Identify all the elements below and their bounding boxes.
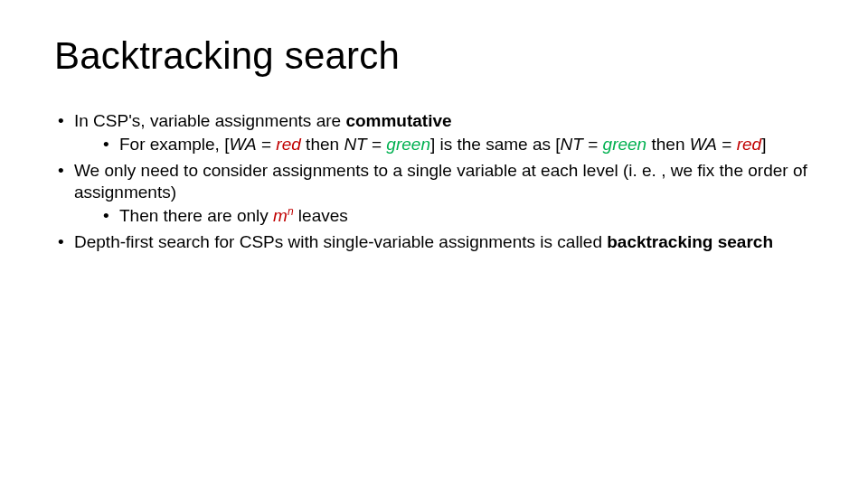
b1s1-green2: green <box>603 135 647 154</box>
b1s1-WA2: WA <box>690 135 717 154</box>
bullet-2-text: We only need to consider assignments to … <box>74 161 807 202</box>
b2s1-m: m <box>273 207 288 226</box>
slide-title: Backtracking search <box>54 34 814 78</box>
b1s1-eq3: = <box>583 135 603 154</box>
b1s1-eq1: = <box>257 135 277 154</box>
slide: Backtracking search In CSP's, variable a… <box>0 0 868 488</box>
bullet-2: We only need to consider assignments to … <box>54 160 814 228</box>
b2s1-n: n <box>288 205 294 218</box>
bullet-1: In CSP's, variable assignments are commu… <box>54 110 814 156</box>
b2s1-post: leaves <box>294 207 348 226</box>
b1s1-then2: then <box>646 135 690 154</box>
b1s1-eq2: = <box>367 135 387 154</box>
bullet-3: Depth-first search for CSPs with single-… <box>54 231 814 253</box>
b1s1-then1: then <box>301 135 344 154</box>
bullet-2-sub-1: Then there are only mn leaves <box>99 205 814 228</box>
b2s1-pre: Then there are only <box>119 207 273 226</box>
slide-content: In CSP's, variable assignments are commu… <box>54 110 814 253</box>
b1s1-eq4: = <box>717 135 737 154</box>
b1s1-green1: green <box>386 135 430 154</box>
b1s1-red1: red <box>276 135 300 154</box>
b1s1-WA1: WA <box>229 135 256 154</box>
b1s1-NT1: NT <box>344 135 366 154</box>
bullet-1-bold: commutative <box>345 111 451 130</box>
bullet-1-pre: In CSP's, variable assignments are <box>74 111 345 130</box>
b1s1-mid: ] is the same as [ <box>430 135 561 154</box>
bullet-1-sub-1: For example, [WA = red then NT = green] … <box>99 134 814 155</box>
b1s1-close: ] <box>761 135 766 154</box>
bullet-list: In CSP's, variable assignments are commu… <box>54 110 814 253</box>
b1s1-NT2: NT <box>561 135 583 154</box>
bullet-1-sublist: For example, [WA = red then NT = green] … <box>74 134 814 155</box>
b1s1-pre: For example, [ <box>119 135 229 154</box>
bullet-3-bold: backtracking search <box>607 232 773 251</box>
bullet-2-sublist: Then there are only mn leaves <box>74 205 814 228</box>
b1s1-red2: red <box>737 135 761 154</box>
bullet-3-pre: Depth-first search for CSPs with single-… <box>74 232 607 251</box>
